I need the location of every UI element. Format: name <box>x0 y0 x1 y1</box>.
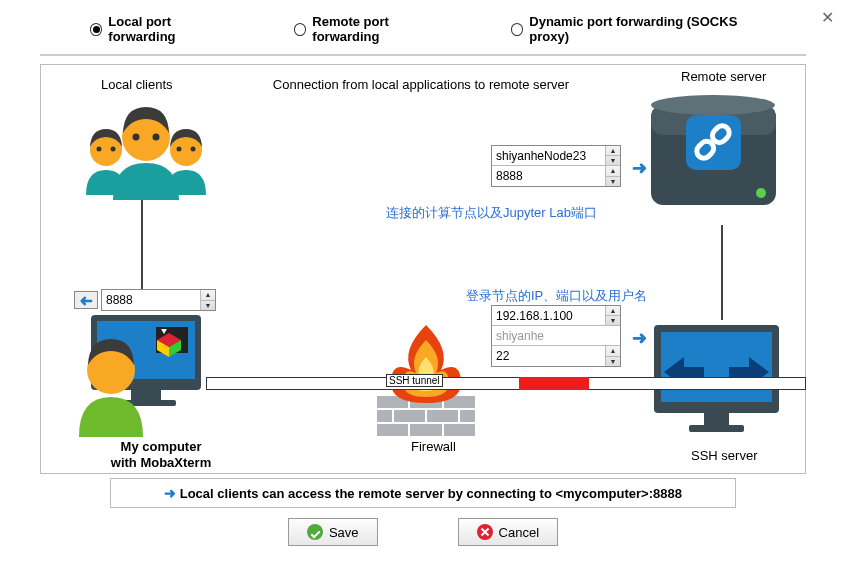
ssh-server-field-group: ▲▼ ▲▼ <box>491 305 621 367</box>
forwarding-type-radios: Local port forwarding Remote port forwar… <box>40 0 806 56</box>
ssh-tunnel-bar <box>206 377 806 390</box>
arrow-right-icon: ➜ <box>164 485 176 501</box>
check-icon <box>307 524 323 540</box>
radio-remote[interactable]: Remote port forwarding <box>294 14 451 44</box>
radio-dot-icon <box>90 23 102 36</box>
radio-local[interactable]: Local port forwarding <box>90 14 234 44</box>
svg-rect-28 <box>704 413 729 425</box>
radio-dot-icon <box>294 23 306 36</box>
svg-point-4 <box>177 147 182 152</box>
remote-server-icon <box>641 85 786 220</box>
remote-port-input[interactable] <box>492 166 605 186</box>
local-clients-icon <box>71 95 221 200</box>
save-button[interactable]: Save <box>288 518 378 546</box>
svg-point-11 <box>651 95 775 115</box>
arrow-right-icon: ➜ <box>627 159 651 177</box>
footer-hint: ➜ Local clients can access the remote se… <box>110 478 736 508</box>
ssh-user-input[interactable] <box>492 326 620 345</box>
annotation-login-node: 登录节点的IP、端口以及用户名 <box>466 287 647 305</box>
remote-host-input[interactable] <box>492 146 605 165</box>
stepper-icon[interactable]: ▲▼ <box>605 306 620 325</box>
footer-text: Local clients can access the remote serv… <box>180 486 682 501</box>
radio-remote-label: Remote port forwarding <box>312 14 451 44</box>
local-port-input[interactable] <box>102 290 200 310</box>
ssh-tunnel-label: SSH tunnel <box>386 374 443 387</box>
svg-point-5 <box>191 147 196 152</box>
stepper-icon[interactable]: ▲▼ <box>605 166 620 186</box>
stepper-icon[interactable]: ▲▼ <box>605 346 620 366</box>
connector-line <box>721 225 723 320</box>
my-computer-label: My computer with MobaXterm <box>101 439 221 470</box>
local-port-field-group: ▲▼ <box>101 289 216 311</box>
x-icon <box>477 524 493 540</box>
radio-local-label: Local port forwarding <box>108 14 234 44</box>
ssh-host-input[interactable] <box>492 306 605 325</box>
local-clients-label: Local clients <box>101 77 173 92</box>
save-label: Save <box>329 525 359 540</box>
arrow-left-icon: ➜ <box>74 291 98 309</box>
svg-rect-18 <box>131 390 161 400</box>
svg-rect-34 <box>376 423 476 437</box>
cancel-label: Cancel <box>499 525 539 540</box>
radio-dynamic[interactable]: Dynamic port forwarding (SOCKS proxy) <box>511 14 766 44</box>
ssh-tunnel-firewall-segment <box>519 377 589 390</box>
svg-point-1 <box>97 147 102 152</box>
radio-dot-icon <box>511 23 523 36</box>
my-computer-icon <box>61 315 211 440</box>
connector-line <box>141 200 143 290</box>
annotation-compute-node: 连接的计算节点以及Jupyter Lab端口 <box>386 204 597 222</box>
svg-point-8 <box>153 134 160 141</box>
dialog-buttons: Save Cancel <box>0 518 846 546</box>
stepper-icon[interactable]: ▲▼ <box>605 146 620 165</box>
radio-dynamic-label: Dynamic port forwarding (SOCKS proxy) <box>529 14 766 44</box>
close-icon[interactable]: ✕ <box>821 8 834 27</box>
remote-server-label: Remote server <box>681 69 766 84</box>
cancel-button[interactable]: Cancel <box>458 518 558 546</box>
remote-server-field-group: ▲▼ ▲▼ <box>491 145 621 187</box>
svg-point-2 <box>111 147 116 152</box>
stepper-icon[interactable]: ▲▼ <box>200 290 215 310</box>
svg-rect-29 <box>689 425 744 432</box>
connection-desc: Connection from local applications to re… <box>271 77 571 92</box>
ssh-server-label: SSH server <box>691 448 757 463</box>
svg-point-12 <box>756 188 766 198</box>
ssh-port-input[interactable] <box>492 346 605 366</box>
svg-point-7 <box>133 134 140 141</box>
arrow-right-icon: ➜ <box>627 329 651 347</box>
firewall-label: Firewall <box>411 439 456 454</box>
tunnel-diagram: Local clients Remote server Connection f… <box>40 64 806 474</box>
